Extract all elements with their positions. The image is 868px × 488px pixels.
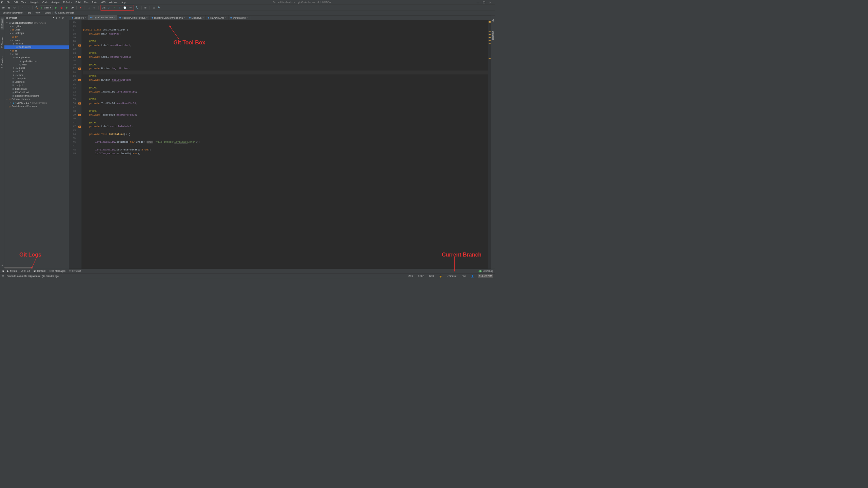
tool-window-button[interactable]: ▶4: Run [7,270,17,272]
minimize-icon[interactable]: — [477,1,479,4]
readonly-icon[interactable]: 🔓 [438,274,443,277]
code-line[interactable]: @FXML [83,40,488,43]
file-encoding[interactable]: GBK [428,274,435,277]
code-line[interactable] [83,128,488,132]
git-update-icon[interactable]: ↙ [107,5,111,10]
tree-item[interactable]: ▶🗀model [4,66,69,70]
tool-window-button[interactable]: ≡6: TODO [69,270,81,272]
editor-tab[interactable]: shoppingCartController.java× [150,15,187,20]
search-everywhere-icon[interactable]: 🔍 [157,5,161,10]
save-icon[interactable]: 🖫 [7,5,12,10]
project-scrollbar[interactable] [4,267,69,269]
close-icon[interactable]: ✕ [489,1,491,4]
close-tab-icon[interactable]: × [184,17,185,19]
code-line[interactable] [83,47,488,51]
crumb[interactable]: view [35,12,41,14]
tree-item[interactable]: 🗎build.fxbuild [4,87,69,90]
tree-root[interactable]: ▼ ▤ SecondHandMarket D:\CPS\Cou [4,21,69,24]
editor-tab[interactable]: workflow.md× [229,15,250,20]
side-tab[interactable]: 7: Structure [0,35,3,49]
code-line[interactable] [83,59,488,63]
tool-window-button[interactable]: ⎇9: Git [21,270,30,272]
tree-item[interactable]: ▶🗀.idea [4,28,69,32]
menu-code[interactable]: Code [41,0,50,5]
code-line[interactable]: @FXML [83,51,488,55]
refresh-icon[interactable]: ⟳ [13,5,17,10]
status-icon[interactable]: ☰ [2,274,4,277]
menu-build[interactable]: Build [74,0,82,5]
code-line[interactable] [83,94,488,98]
close-tab-icon[interactable]: × [225,17,226,19]
close-tab-icon[interactable]: × [246,17,248,19]
tree-item[interactable]: ▶🗀Tool [4,70,69,73]
settings-icon[interactable]: 🔧 [135,5,139,10]
tree-item[interactable]: 🗎SecondHandMarket.iml [4,94,69,98]
tool-window-button[interactable]: ✉0: Messages [50,270,65,272]
stop-icon[interactable]: ■ [79,5,83,10]
code-line[interactable] [83,20,488,24]
git-revert-icon[interactable]: ↶ [128,5,133,10]
vcs-change-marker-icon[interactable]: ≡ [78,102,81,104]
project-view-icon[interactable]: ▤ [6,16,8,19]
code-line[interactable] [83,70,488,74]
tree-item[interactable]: ▶🗀lib [4,49,69,52]
crumb[interactable]: src [27,12,32,14]
tree-item[interactable]: ▼🗀docs [4,38,69,42]
code-line[interactable] [83,24,488,28]
menu-analyze[interactable]: Analyze [50,0,62,5]
code-line[interactable]: private Main mainApp; [83,32,488,36]
close-tab-icon[interactable]: × [202,17,204,19]
code-line[interactable]: private TextField passwordField; [83,113,488,117]
run-configuration[interactable]: ▶ Main ▼ [40,5,53,10]
menu-tools[interactable]: Tools [90,0,99,5]
code-line[interactable]: private ImageView leftImageView; [83,90,488,94]
editor-tab[interactable]: RegisterController.java× [117,15,150,20]
project-tree[interactable]: ▼ ▤ SecondHandMarket D:\CPS\Cou ▶🗀.githu… [4,20,69,267]
code-line[interactable]: leftImageView.setImage(new Image( url: "… [83,140,488,144]
code-line[interactable]: private Label userNameLabel; [83,43,488,47]
code-line[interactable]: leftImageView.setPreserveRatio(true); [83,148,488,151]
side-tab[interactable]: Ant [491,17,494,24]
tree-item[interactable]: ▤README.md [4,90,69,94]
av-icon[interactable]: ⊞ [143,5,148,10]
tree-item[interactable]: ▶🗀.github [4,24,69,28]
code-line[interactable]: private Button registButton; [83,78,488,82]
debug-icon[interactable]: 🐞 [59,5,64,10]
tree-item[interactable]: ▼🗀application [4,56,69,59]
caret-position[interactable]: 28:1 [407,274,414,277]
code-line[interactable]: @FXML [83,98,488,101]
tree-item[interactable]: ▼🗀src [4,53,69,56]
build-icon[interactable]: 🔨 [35,5,39,10]
close-tab-icon[interactable]: × [146,17,148,19]
external-libraries[interactable]: ▼ ⫴ External Libraries [4,98,69,101]
tree-item[interactable]: ⒸMain [4,63,69,66]
code-line[interactable]: @FXML [83,63,488,66]
vcs-change-marker-icon[interactable]: ≡ [78,114,81,116]
tree-item[interactable]: 🗎.classpath [4,77,69,80]
code-line[interactable] [83,82,488,86]
side-tab[interactable]: 1: Project [0,17,3,29]
menu-edit[interactable]: Edit [12,0,20,5]
error-stripe[interactable] [488,20,491,269]
vcs-change-marker-icon[interactable]: ≡ [78,56,81,58]
presentation-icon[interactable]: ▭ [152,5,156,10]
code-line[interactable] [83,105,488,109]
attach-icon[interactable]: ⬚ [87,5,91,10]
side-tab[interactable]: Database [491,29,494,42]
code-line[interactable]: private void initialize() { [83,133,488,136]
code-line[interactable]: public class LoginController { [83,28,488,32]
inspector-icon[interactable]: 👤 [470,274,475,277]
coverage-icon[interactable]: ▶ [65,5,69,10]
menu-navigate[interactable]: Navigate [28,0,41,5]
tree-item[interactable]: ▶🗀view [4,73,69,77]
tree-item[interactable]: ▶🗀.settings [4,32,69,35]
code-line[interactable] [83,36,488,40]
menu-window[interactable]: Window [107,0,119,5]
code-line[interactable] [83,136,488,140]
dropdown-icon[interactable]: ▼ [53,17,54,19]
menu-view[interactable]: View [20,0,28,5]
run-icon[interactable]: ▶ [54,5,58,10]
tool-window-button[interactable]: ▣Terminal [34,270,45,272]
profile-icon[interactable]: ◔▾ [70,5,75,10]
code-line[interactable]: @FXML [83,109,488,113]
